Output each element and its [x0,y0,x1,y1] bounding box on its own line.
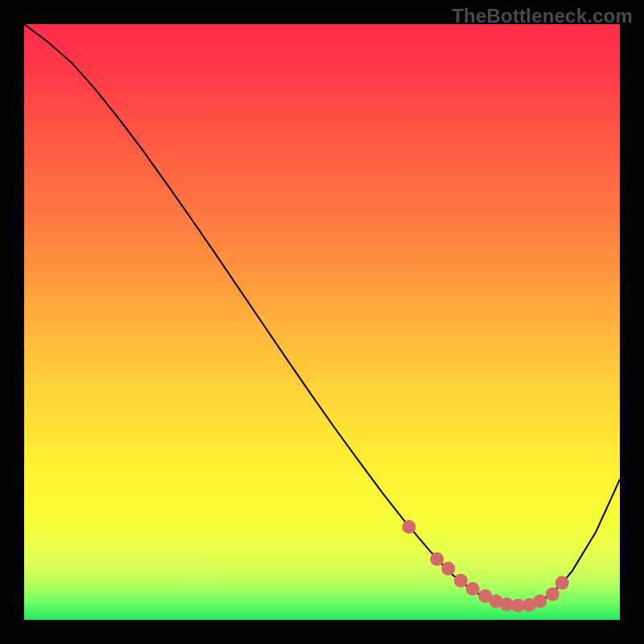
chart-background-gradient [24,24,620,620]
chart-plot-area [24,24,620,620]
chart-svg [24,24,620,620]
chart-frame: TheBottleneck.com [0,0,644,644]
chart-marker [441,562,455,576]
chart-marker [430,552,444,566]
chart-marker [466,582,480,596]
chart-marker [402,520,416,534]
chart-marker [533,595,547,609]
chart-marker [546,588,559,601]
chart-marker [454,574,468,588]
watermark-text: TheBottleneck.com [452,5,633,27]
chart-marker [555,576,569,590]
